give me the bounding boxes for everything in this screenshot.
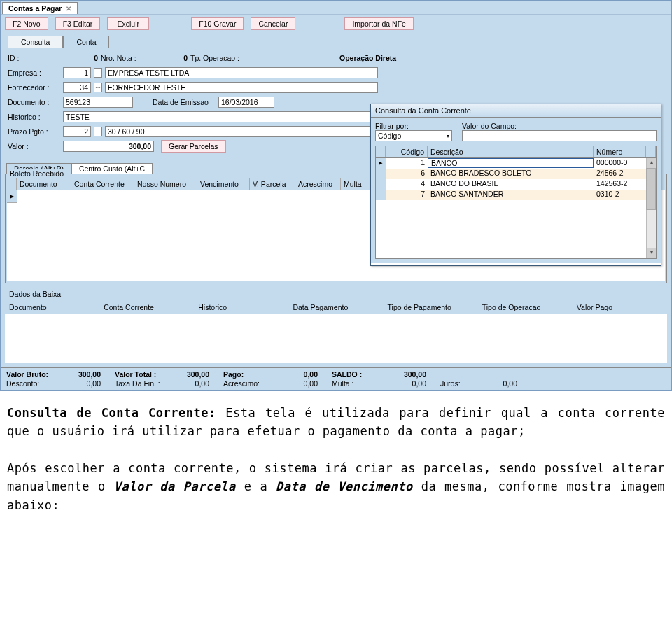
col-conta-corrente[interactable]: Conta Corrente (99, 302, 194, 313)
col-documento[interactable]: Documento (5, 302, 99, 313)
doc-input[interactable]: 569123 (63, 97, 133, 108)
col-data-pagamento[interactable]: Data Pagamento (288, 302, 383, 313)
document-caption: Consulta de Conta Corrente: Esta tela é … (0, 391, 672, 527)
dialog-grid-header: Código Descrição Número (375, 146, 657, 158)
prazo-cod[interactable]: 2 (63, 126, 91, 137)
filtrar-por-value: Código (378, 132, 401, 140)
lookup-icon[interactable]: ⋯ (94, 68, 102, 78)
row-marker: ▸ (7, 190, 17, 203)
col-tipo-pagamento[interactable]: Tipo de Pagamento (384, 302, 478, 313)
col-v-parcela[interactable]: V. Parcela (250, 178, 295, 190)
nro-label: Nro. Nota : (101, 54, 143, 62)
dialog-grid-body[interactable]: ▸ 1 BANCO 000000-0 6 BANCO BRADESCO BOLE… (375, 158, 657, 259)
scroll-down-icon[interactable]: ▾ (647, 248, 656, 258)
table-row[interactable]: 6 BANCO BRADESCO BOLETO 24566-2 (376, 169, 656, 179)
hist-input[interactable]: TESTE (63, 111, 378, 122)
empresa-cod[interactable]: 1 (63, 67, 91, 78)
pago-value: 0,00 (276, 370, 318, 379)
tab-conta[interactable]: Conta (63, 36, 109, 48)
forn-cod[interactable]: 34 (63, 82, 91, 93)
lookup-icon[interactable]: ⋯ (94, 83, 102, 92)
boleto-legend: Boleto Recebido (7, 169, 66, 178)
col-acrescimo[interactable]: Acrescimo (295, 178, 341, 190)
col-codigo[interactable]: Código (386, 146, 428, 157)
dialog-title-bar[interactable]: Consulta da Conta Corrente (371, 104, 661, 118)
bruto-value: 300,00 (59, 370, 101, 379)
table-row[interactable]: 7 BANCO SANTANDER 0310-2 (376, 190, 656, 200)
table-row[interactable]: 4 BANCO DO BRASIL 142563-2 (376, 179, 656, 190)
col-tipo-operacao[interactable]: Tipo de Operacao (478, 302, 573, 313)
col-conta-corrente[interactable]: Conta Corrente (71, 178, 134, 190)
saldo-label: SALDO : (332, 370, 384, 379)
col-documento[interactable]: Documento (17, 178, 71, 190)
cell-desc: BANCO DO BRASIL (428, 179, 594, 190)
empresa-nome[interactable]: EMPRESA TESTE LTDA (105, 67, 378, 78)
col-numero[interactable]: Número (594, 146, 646, 157)
cell-cod: 4 (386, 179, 428, 190)
prazo-desc[interactable]: 30 / 60 / 90 (105, 126, 378, 137)
scroll-thumb[interactable] (646, 168, 656, 210)
id-value: 0 (63, 54, 98, 62)
forn-label: Fornecedor : (8, 83, 60, 92)
app-tabstrip: Contas a Pagar ✕ (1, 1, 671, 14)
cell-cod: 6 (386, 169, 428, 179)
cell-cod: 7 (386, 190, 428, 200)
cell-desc: BANCO (428, 158, 594, 168)
valor-campo-input[interactable] (462, 130, 657, 141)
cell-cod: 1 (386, 158, 428, 169)
tab-consulta[interactable]: Consulta (8, 36, 63, 48)
cancelar-button[interactable]: Cancelar (251, 17, 295, 30)
bruto-label: Valor Bruto: (6, 370, 59, 379)
scrollbar[interactable]: ▴ ▾ (646, 158, 656, 258)
app-tab-label: Contas a Pagar (8, 4, 62, 13)
taxa-label: Taxa Da Fin. : (115, 379, 167, 388)
gerar-parcelas-button[interactable]: Gerar Parcelas (161, 140, 226, 153)
novo-button[interactable]: F2 Novo (5, 17, 48, 30)
gravar-button[interactable]: F10 Gravar (191, 17, 244, 30)
forn-nome[interactable]: FORNECEDOR TESTE (105, 82, 378, 93)
col-nosso-numero[interactable]: Nosso Numero (134, 178, 197, 190)
doc-label: Documento : (8, 98, 60, 106)
col-descricao[interactable]: Descrição (428, 146, 594, 157)
excluir-button[interactable]: Excluir (107, 17, 149, 30)
toolbar: F2 Novo F3 Editar Excluir F10 Gravar Can… (1, 14, 671, 33)
total-value: 300,00 (167, 370, 209, 379)
valor-input[interactable]: 300,00 (63, 141, 154, 152)
filtrar-por-select[interactable]: Código ▾ (375, 130, 452, 141)
desc-value: 0,00 (59, 379, 101, 388)
cell-num: 24566-2 (594, 169, 646, 179)
baixa-columns: Documento Conta Corrente Historico Data … (5, 300, 667, 314)
caption-text: e a (236, 479, 276, 493)
cell-num: 0310-2 (594, 190, 646, 200)
total-label: Valor Total : (115, 370, 167, 379)
col-vencimento[interactable]: Vencimento (197, 178, 250, 190)
tab-centro-custo[interactable]: Centro Custo (Alt+C (71, 163, 153, 174)
acr-value: 0,00 (276, 379, 318, 388)
subtab-strip: Consulta Conta (1, 33, 671, 48)
tp-label: Tp. Operacao : (190, 54, 250, 62)
baixa-grid-body[interactable] (5, 314, 667, 363)
caption-em: Valor da Parcela (114, 479, 236, 493)
valor-label: Valor : (8, 142, 60, 150)
app-tab-contas[interactable]: Contas a Pagar ✕ (2, 2, 78, 14)
chevron-down-icon: ▾ (447, 133, 449, 139)
juros-label: Juros: (440, 379, 475, 388)
close-icon[interactable]: ✕ (66, 5, 71, 13)
col-valor-pago[interactable]: Valor Pago (573, 302, 667, 313)
caption-heading: Consulta de Conta Corrente: (7, 406, 216, 420)
importar-button[interactable]: Importar da NFe (344, 17, 413, 30)
editar-button[interactable]: F3 Editar (55, 17, 101, 30)
table-row[interactable]: ▸ 1 BANCO 000000-0 (376, 158, 656, 169)
prazo-label: Prazo Pgto : (8, 127, 60, 136)
lookup-icon[interactable]: ⋯ (94, 127, 102, 136)
filtrar-por-label: Filtrar por: (375, 122, 452, 130)
juros-value: 0,00 (475, 379, 517, 388)
emiss-label: Data de Emissao (153, 98, 216, 106)
col-historico[interactable]: Historico (194, 302, 288, 313)
cell-num: 142563-2 (594, 179, 646, 190)
emiss-input[interactable]: 16/03/2016 (218, 97, 274, 108)
taxa-value: 0,00 (167, 379, 209, 388)
baixa-title: Dados da Baixa (5, 288, 667, 300)
multa-value: 0,00 (384, 379, 426, 388)
scroll-up-icon[interactable]: ▴ (647, 158, 656, 168)
